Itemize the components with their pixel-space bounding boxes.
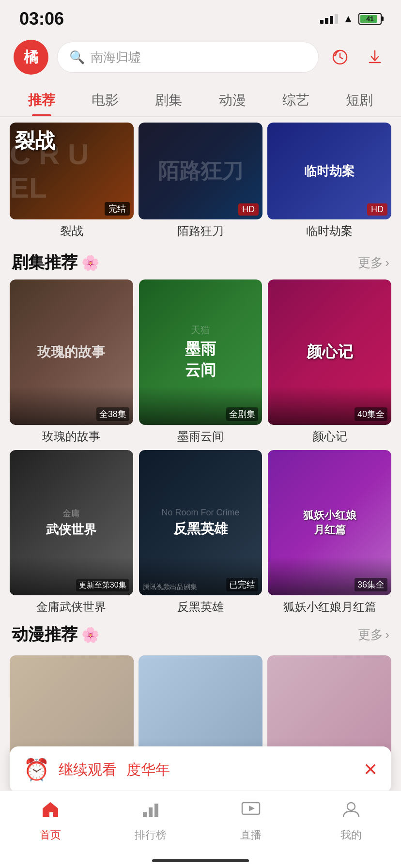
battery-indicator: 41 (358, 13, 382, 25)
download-button[interactable] (362, 45, 387, 70)
anime-card-3[interactable] (267, 655, 391, 762)
app-logo[interactable]: 橘 (14, 40, 48, 75)
drama-title-5: 反黑英雄 (139, 599, 262, 615)
drama-title-6: 狐妖小红娘月红篇 (268, 599, 391, 615)
ranking-icon (140, 799, 161, 825)
signal-icon (320, 14, 338, 24)
tab-anime[interactable]: 动漫 (200, 86, 264, 116)
svg-rect-1 (143, 812, 147, 817)
main-content: C R U EL 裂战 完结 裂战 陌路狂刀 HD 陌路狂刀 (0, 119, 401, 849)
continue-close-button[interactable]: ✕ (363, 760, 378, 780)
live-label: 直播 (240, 828, 262, 842)
bottom-nav-ranking[interactable]: 排行榜 (100, 799, 200, 842)
drama-badge-4: 更新至第30集 (76, 579, 129, 591)
drama-title-1: 玫瑰的故事 (10, 429, 133, 444)
status-bar: 03:06 ▲ 41 (0, 0, 401, 34)
continue-clock-icon: ⏰ (23, 757, 50, 782)
nav-tabs: 推荐 电影 剧集 动漫 综艺 短剧 (0, 81, 401, 117)
anime-section-header: 动漫推荐 🌸 更多 › (0, 615, 401, 651)
movie-title-3: 临时劫案 (306, 223, 353, 239)
drama-card-rose[interactable]: 玫瑰的故事 全38集 玫瑰的故事 (10, 279, 133, 444)
live-icon (240, 799, 262, 825)
drama-emoji: 🌸 (81, 254, 99, 271)
profile-label: 我的 (340, 828, 362, 842)
status-icons: ▲ 41 (320, 13, 382, 25)
status-time: 03:06 (19, 9, 64, 29)
movie-badge-1: 完结 (105, 202, 130, 216)
drama-badge-6: 36集全 (355, 578, 387, 591)
drama-title-4: 金庸武侠世界 (10, 599, 133, 615)
tab-recommend[interactable]: 推荐 (10, 86, 73, 116)
drama-more-button[interactable]: 更多 › (358, 254, 389, 271)
bottom-nav-profile[interactable]: 我的 (301, 799, 401, 842)
search-placeholder: 南海归墟 (91, 49, 141, 66)
tab-shortdrama[interactable]: 短剧 (328, 86, 391, 116)
svg-rect-3 (154, 804, 158, 817)
home-indicator (152, 859, 249, 862)
svg-rect-2 (149, 807, 153, 817)
tab-movies[interactable]: 电影 (73, 86, 137, 116)
movie-card-molu[interactable]: 陌路狂刀 HD 陌路狂刀 (139, 123, 262, 239)
continue-watching-toast: ⏰ 继续观看 度华年 ✕ (10, 746, 391, 793)
profile-icon (340, 799, 362, 825)
anime-section-title: 动漫推荐 🌸 (12, 623, 99, 646)
bottom-nav-live[interactable]: 直播 (200, 799, 301, 842)
drama-card-jinyong[interactable]: 金庸 武侠世界 更新至第30集 金庸武侠世界 (10, 450, 133, 615)
ranking-label: 排行榜 (135, 828, 167, 842)
continue-label: 继续观看 度华年 (59, 760, 170, 780)
svg-marker-5 (249, 806, 255, 811)
header: 橘 🔍 南海归墟 (0, 34, 401, 81)
drama-badge-5: 已完结 (226, 578, 258, 591)
drama-card-foxfairy[interactable]: 狐妖小红娘月红篇 36集全 狐妖小红娘月红篇 (268, 450, 391, 615)
drama-title-3: 颜心记 (268, 429, 391, 444)
drama-badge-2: 全剧集 (226, 407, 258, 421)
movie-card-linshi[interactable]: 临时劫案 HD 临时劫案 (267, 123, 391, 239)
drama-section-title: 剧集推荐 🌸 (12, 251, 99, 274)
tab-variety[interactable]: 综艺 (264, 86, 327, 116)
tab-drama[interactable]: 剧集 (137, 86, 200, 116)
search-icon: 🔍 (69, 50, 85, 65)
drama-section-header: 剧集推荐 🌸 更多 › (0, 243, 401, 279)
drama-card-yanxin[interactable]: 颜心记 40集全 颜心记 (268, 279, 391, 444)
movie-card-liezhan[interactable]: C R U EL 裂战 完结 裂战 (10, 123, 134, 239)
drama-title-2: 墨雨云间 (139, 429, 262, 444)
movie-badge-3: HD (367, 203, 387, 216)
drama-badge-3: 40集全 (355, 407, 387, 421)
home-label: 首页 (40, 828, 61, 842)
drama-badge-1: 全38集 (96, 407, 129, 421)
movie-badge-2: HD (238, 203, 259, 216)
anime-emoji: 🌸 (81, 626, 99, 643)
wifi-icon: ▲ (343, 13, 354, 25)
anime-more-button[interactable]: 更多 › (358, 626, 389, 643)
drama-card-fanhei[interactable]: No Room For Crime 反黑英雄 腾讯视频出品剧集 已完结 反黑英雄 (139, 450, 262, 615)
anime-card-2[interactable] (139, 655, 262, 762)
drama-card-moyu[interactable]: 天猫 墨雨云间 全剧集 墨雨云间 (139, 279, 262, 444)
drama-grid: 玫瑰的故事 全38集 玫瑰的故事 天猫 墨雨云间 全剧集 墨 (0, 279, 401, 615)
top-movies-row: C R U EL 裂战 完结 裂战 陌路狂刀 HD 陌路狂刀 (0, 119, 401, 243)
search-bar[interactable]: 🔍 南海归墟 (57, 42, 319, 73)
movie-title-2: 陌路狂刀 (177, 223, 224, 239)
anime-card-1[interactable] (10, 655, 134, 762)
movie-title-1: 裂战 (60, 223, 83, 239)
bottom-nav-home[interactable]: 首页 (0, 799, 100, 842)
history-button[interactable] (327, 45, 353, 70)
header-actions (327, 45, 387, 70)
bottom-navigation: 首页 排行榜 直播 我的 (0, 790, 401, 868)
home-icon (40, 799, 61, 825)
svg-point-6 (347, 803, 355, 810)
